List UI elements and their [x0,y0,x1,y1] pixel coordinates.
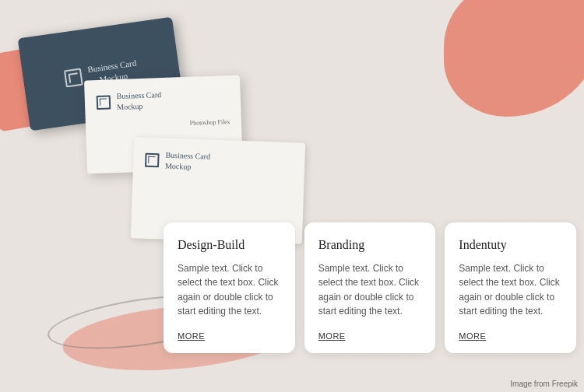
attribution-label: Image from Freepik [510,380,578,388]
service-card-branding: Branding Sample text. Click to select th… [304,222,436,353]
service-card-design-build-title: Design-Build [178,238,281,252]
decorative-shape-top-right [444,0,584,117]
card-flat-title: Business CardMockup [165,150,210,173]
service-card-design-build-text: Sample text. Click to select the text bo… [178,261,281,319]
service-cards-row: Design-Build Sample text. Click to selec… [164,222,576,376]
card-white-logo-icon [97,95,111,110]
service-card-indentuty: Indentuty Sample text. Click to select t… [445,222,576,353]
card-dark-logo-icon [64,68,83,88]
service-card-branding-more[interactable]: MORE [318,331,422,341]
service-card-branding-text: Sample text. Click to select the text bo… [318,261,422,319]
service-card-indentuty-title: Indentuty [459,238,562,252]
service-card-indentuty-more[interactable]: MORE [459,331,562,341]
card-white-subtitle: Photoshop Files [189,118,230,127]
card-mockup-area: Business CardMockup Business CardMockup … [16,16,343,233]
card-white-title: Business CardMockup [116,89,161,113]
service-card-design-build: Design-Build Sample text. Click to selec… [164,222,295,353]
background: Business CardMockup Business CardMockup … [0,0,584,392]
service-card-indentuty-text: Sample text. Click to select the text bo… [459,261,562,319]
card-flat-logo-icon [145,153,160,168]
attribution-text: Image from Freepik [510,380,578,388]
service-card-branding-title: Branding [318,238,422,252]
service-card-design-build-more[interactable]: MORE [178,331,281,341]
